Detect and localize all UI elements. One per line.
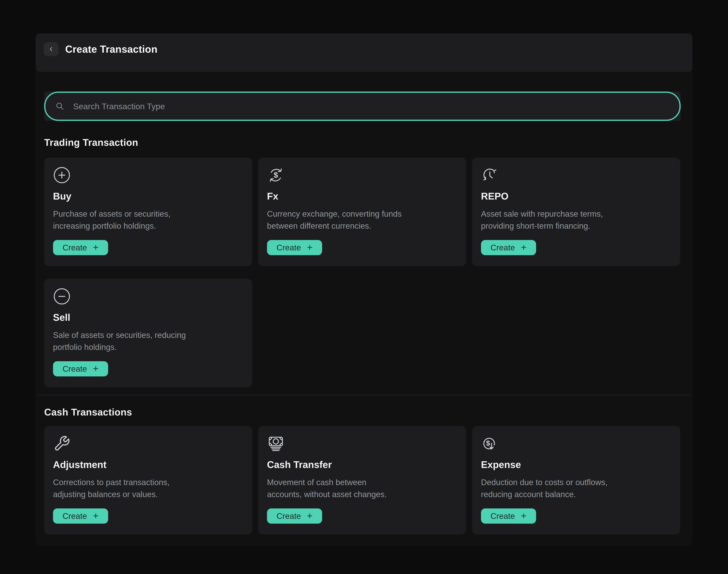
create-buy-button[interactable]: Create + (53, 240, 108, 255)
cash-cards-grid: Adjustment Corrections to past transacti… (44, 426, 680, 535)
create-button-label: Create (62, 511, 87, 521)
card-title: Expense (481, 459, 670, 470)
card-cash-transfer: Cash Transfer Movement of cash between a… (258, 426, 466, 535)
create-button-label: Create (276, 243, 301, 252)
search-bar (44, 91, 681, 121)
card-description: Asset sale with repurchase terms, provid… (481, 208, 670, 232)
create-sell-button[interactable]: Create + (53, 361, 108, 376)
create-repo-button[interactable]: Create + (481, 240, 536, 255)
create-transaction-page: Create Transaction Trading Transaction B… (0, 0, 728, 574)
section-title-trading: Trading Transaction (44, 137, 138, 148)
clock-rotate-icon (481, 167, 498, 183)
create-button-label: Create (490, 243, 515, 252)
card-title: REPO (481, 191, 670, 202)
card-description: Movement of cash between accounts, witho… (267, 476, 456, 500)
svg-text:$: $ (486, 439, 490, 447)
card-description: Corrections to past transactions, adjust… (53, 476, 242, 500)
card-description: Purchase of assets or securities, increa… (53, 208, 242, 232)
section-title-cash: Cash Transactions (44, 406, 132, 418)
create-expense-button[interactable]: Create + (481, 508, 536, 524)
plus-icon: + (307, 511, 312, 521)
card-description: Currency exchange, converting funds betw… (267, 208, 456, 232)
card-description: Deduction due to costs or outflows, redu… (481, 476, 670, 500)
trading-cards-grid: Buy Purchase of assets or securities, in… (44, 158, 680, 387)
plus-icon: + (93, 511, 98, 521)
card-adjustment: Adjustment Corrections to past transacti… (44, 426, 252, 535)
circle-plus-icon (53, 167, 70, 183)
card-title: Cash Transfer (267, 459, 456, 470)
currency-exchange-icon: $ (267, 167, 284, 183)
card-title: Sell (53, 312, 242, 323)
create-adjustment-button[interactable]: Create + (53, 508, 108, 524)
section-divider (36, 395, 692, 395)
create-cash-transfer-button[interactable]: Create + (267, 508, 322, 524)
wrench-icon (53, 435, 70, 452)
card-sell: Sell Sale of assets or securities, reduc… (44, 279, 252, 387)
card-title: Adjustment (53, 459, 242, 470)
card-repo: REPO Asset sale with repurchase terms, p… (472, 158, 680, 266)
create-button-label: Create (62, 364, 87, 374)
plus-icon: + (521, 511, 526, 521)
dollar-circle-down-icon: $ (481, 435, 498, 452)
card-buy: Buy Purchase of assets or securities, in… (44, 158, 252, 266)
search-input[interactable] (73, 101, 674, 111)
back-button[interactable] (44, 42, 58, 56)
page-title: Create Transaction (65, 42, 158, 56)
svg-text:$: $ (274, 171, 278, 179)
card-expense: $ Expense Deduction due to costs or outf… (472, 426, 680, 535)
create-button-label: Create (62, 243, 87, 252)
create-button-label: Create (490, 511, 515, 521)
circle-minus-icon (53, 288, 70, 305)
create-button-label: Create (276, 511, 301, 521)
banknote-icon (267, 435, 284, 452)
card-fx: $ Fx Currency exchange, converting funds… (258, 158, 466, 266)
plus-icon: + (93, 242, 98, 252)
card-title: Buy (53, 191, 242, 202)
header-bar: Create Transaction (36, 33, 692, 72)
plus-icon: + (307, 242, 312, 252)
chevron-left-icon (47, 45, 55, 53)
create-fx-button[interactable]: Create + (267, 240, 322, 255)
card-description: Sale of assets or securities, reducing p… (53, 329, 242, 353)
search-icon (55, 102, 64, 111)
plus-icon: + (521, 242, 526, 252)
plus-icon: + (93, 364, 98, 373)
search-inner (44, 91, 681, 121)
card-title: Fx (267, 191, 456, 202)
